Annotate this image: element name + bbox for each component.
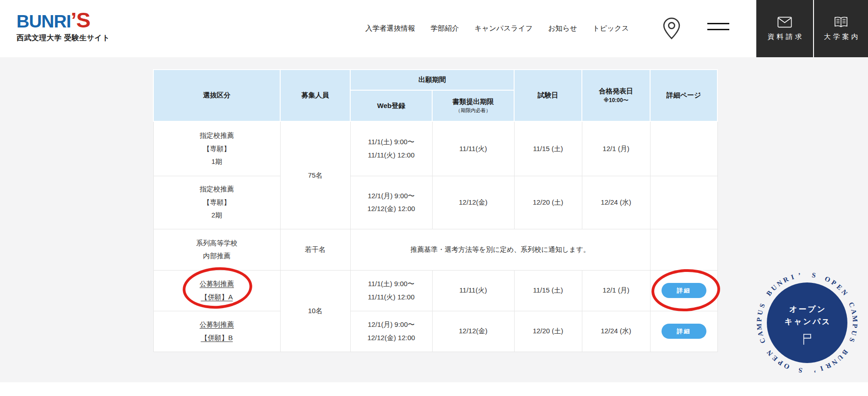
header-document-deadline: 書類提出期限 （期限内必着） [432, 90, 514, 121]
logo-wordmark: BUNRI’S [16, 7, 110, 33]
web-period: 12/1(月) 9:00〜 12/12(金) 12:00 [350, 311, 432, 352]
detail-button-kobo-a[interactable]: 詳細 [662, 283, 706, 298]
admission-schedule-table: 選抜区分 募集人員 出願期間 試験日 合格発表日 ※10:00〜 詳細ページ W… [153, 69, 718, 352]
kobo-b-link[interactable]: 公募制推薦 【併願】B [154, 318, 280, 344]
logo-text-s: ’S [71, 8, 90, 32]
detail-cell-empty [650, 121, 717, 176]
capacity-10: 10名 [280, 270, 350, 352]
open-campus-circle: オープン キャンパス [767, 282, 847, 363]
header-exam-date: 試験日 [514, 70, 582, 121]
capacity-wakakan: 若干名 [280, 229, 350, 270]
doc-deadline: 11/11(火) [432, 121, 514, 176]
site-header: BUNRI’S 西武文理大学 受験生サイト 入学者選抜情報 学部紹介 キャンパス… [0, 0, 868, 57]
detail-button-kobo-b[interactable]: 詳細 [662, 324, 706, 339]
nav-item-faculties[interactable]: 学部紹介 [431, 24, 459, 33]
table-row: 指定校推薦 【専願】 1期 75名 11/1(土) 9:00〜 11/11(火)… [153, 121, 717, 176]
result-date: 12/1 (月) [582, 270, 650, 311]
header-result-date: 合格発表日 ※10:00〜 [582, 70, 650, 121]
open-campus-badge[interactable]: BUNRI’ S OPEN CAMPUS BUNRI’ S OPEN CAMPU… [753, 269, 861, 377]
exam-date: 12/20 (土) [514, 311, 582, 352]
hamburger-line [707, 23, 729, 24]
open-campus-label-line1: オープン [783, 303, 831, 315]
detail-cell: 詳細 [650, 270, 717, 311]
exam-date: 11/15 (土) [514, 121, 582, 176]
header-web-registration: Web登録 [350, 90, 432, 121]
web-period: 11/1(土) 9:00〜 11/11(火) 12:00 [350, 121, 432, 176]
request-materials-label: 資料請求 [765, 33, 804, 41]
detail-cell-empty [650, 176, 717, 229]
request-materials-button[interactable]: 資料請求 [756, 0, 813, 57]
university-guide-button[interactable]: 大学案内 [814, 0, 868, 57]
header-capacity: 募集人員 [280, 70, 350, 121]
university-guide-label: 大学案内 [822, 33, 861, 41]
logo-text-bunri: BUNRI [16, 11, 71, 31]
nav-item-news[interactable]: お知らせ [548, 24, 577, 33]
category-shiteiko-2: 指定校推薦 【専願】 2期 [153, 176, 280, 229]
map-pin-icon [661, 16, 682, 40]
capacity-75: 75名 [280, 121, 350, 229]
open-book-icon [834, 16, 848, 28]
web-period: 12/1(月) 9:00〜 12/12(金) 12:00 [350, 176, 432, 229]
detail-cell-empty [650, 229, 717, 270]
flag-icon [802, 332, 813, 345]
result-date: 12/1 (月) [582, 121, 650, 176]
site-logo[interactable]: BUNRI’S 西武文理大学 受験生サイト [16, 7, 110, 43]
exam-date: 12/20 (土) [514, 176, 582, 229]
header-document-deadline-note: （期限内必着） [433, 107, 514, 114]
category-kobo-a-cell: 公募制推薦 【併願】A [153, 270, 280, 311]
doc-deadline: 11/11(火) [432, 270, 514, 311]
exam-date: 11/15 (土) [514, 270, 582, 311]
table-row: 指定校推薦 【専願】 2期 12/1(月) 9:00〜 12/12(金) 12:… [153, 176, 717, 229]
doc-deadline: 12/12(金) [432, 311, 514, 352]
category-keiretsu: 系列高等学校 内部推薦 [153, 229, 280, 270]
header-application-period: 出願期間 [350, 70, 514, 90]
kobo-a-link[interactable]: 公募制推薦 【併願】A [154, 277, 280, 304]
main-nav: 入学者選抜情報 学部紹介 キャンパスライフ お知らせ トピックス [365, 0, 629, 57]
nav-item-topics[interactable]: トピックス [593, 24, 629, 33]
envelope-icon [777, 16, 792, 28]
page: BUNRI’S 西武文理大学 受験生サイト 入学者選抜情報 学部紹介 キャンパス… [0, 0, 868, 396]
table-row: 系列高等学校 内部推薦 若干名 推薦基準・選考方法等を別に定め、系列校に通知しま… [153, 229, 717, 270]
access-map-button[interactable] [661, 16, 682, 40]
header-detail-page: 詳細ページ [650, 70, 717, 121]
header-result-date-label: 合格発表日 [599, 87, 633, 95]
hamburger-menu-button[interactable] [707, 23, 729, 33]
header-result-date-note: ※10:00〜 [582, 97, 650, 104]
logo-tagline: 西武文理大学 受験生サイト [16, 33, 110, 43]
result-date: 12/24 (水) [582, 311, 650, 352]
category-kobo-b-cell: 公募制推薦 【併願】B [153, 311, 280, 352]
nav-item-campus-life[interactable]: キャンパスライフ [475, 24, 533, 33]
header-category: 選抜区分 [153, 70, 280, 121]
open-campus-label-line2: キャンパス [783, 315, 831, 328]
result-date: 12/24 (水) [582, 176, 650, 229]
nav-item-admissions[interactable]: 入学者選抜情報 [365, 24, 415, 33]
table-row: 公募制推薦 【併願】A 10名 11/1(土) 9:00〜 11/11(火) 1… [153, 270, 717, 311]
hamburger-line [707, 29, 729, 30]
detail-cell: 詳細 [650, 311, 717, 352]
table-row: 公募制推薦 【併願】B 12/1(月) 9:00〜 12/12(金) 12:00… [153, 311, 717, 352]
category-shiteiko-1: 指定校推薦 【専願】 1期 [153, 121, 280, 176]
header-document-deadline-label: 書類提出期限 [453, 98, 494, 105]
doc-deadline: 12/12(金) [432, 176, 514, 229]
keiretsu-note: 推薦基準・選考方法等を別に定め、系列校に通知します。 [350, 229, 650, 270]
web-period: 11/1(土) 9:00〜 11/11(火) 12:00 [350, 270, 432, 311]
